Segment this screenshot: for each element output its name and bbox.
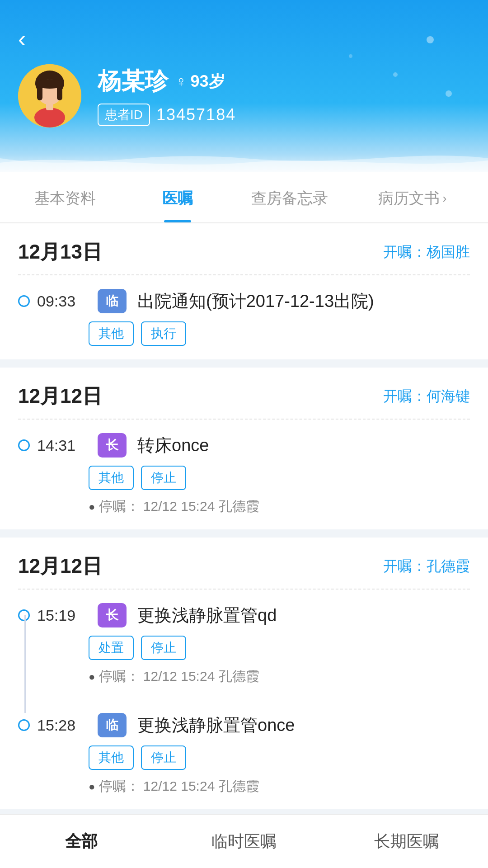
bottom-nav-long[interactable]: 长期医嘱 <box>325 815 488 868</box>
stop-dot-4: ● <box>89 780 95 793</box>
svg-point-6 <box>34 108 65 127</box>
order-item-4: 15:28 临 更换浅静脉置管once 其他 停止 ● 停嘱： 12/12 15… <box>0 699 488 809</box>
order-tags-4: 其他 停止 <box>89 745 470 770</box>
patient-info: 杨某珍 ♀ 93岁 患者ID 13457184 <box>18 64 470 127</box>
back-button[interactable]: ‹ <box>18 27 26 51</box>
bottom-nav-temp[interactable]: 临时医嘱 <box>163 815 325 868</box>
avatar <box>18 64 81 127</box>
order-tag-1-1[interactable]: 执行 <box>141 321 186 346</box>
date-label-2: 12月12日 <box>18 383 102 410</box>
order-time-dot-1: 09:33 <box>18 292 87 310</box>
tab-basic[interactable]: 基本资料 <box>9 172 122 222</box>
date-label-1: 12月13日 <box>18 239 102 265</box>
content-area: 12月13日 开嘱：杨国胜 09:33 临 出院通知(预计2017-12-13出… <box>0 223 488 868</box>
prescriber-1: 开嘱：杨国胜 <box>383 242 470 262</box>
order-type-badge-1: 临 <box>98 289 127 313</box>
timeline-dot-2 <box>18 439 30 451</box>
wave-decoration <box>0 145 488 172</box>
stop-info-4: ● 停嘱： 12/12 15:24 孔德霞 <box>89 777 470 796</box>
order-wrapper-1: 09:33 临 出院通知(预计2017-12-13出院) 其他 执行 <box>0 275 488 359</box>
order-type-badge-3: 长 <box>98 603 127 627</box>
stop-dot-3: ● <box>89 670 95 683</box>
order-title-2: 转床once <box>137 434 470 457</box>
tab-rounds[interactable]: 查房备忘录 <box>234 172 346 222</box>
stop-info-2: ● 停嘱： 12/12 15:24 孔德霞 <box>89 497 470 516</box>
date-section-1: 12月13日 开嘱：杨国胜 09:33 临 出院通知(预计2017-12-13出… <box>0 223 488 359</box>
tab-records[interactable]: 病历文书 › <box>346 172 479 222</box>
date-section-2: 12月12日 开嘱：何海键 14:31 长 转床once 其他 停止 <box>0 368 488 529</box>
order-time-dot-4: 15:28 <box>18 717 87 734</box>
patient-id-value: 13457184 <box>156 105 236 124</box>
svg-rect-7 <box>46 102 53 110</box>
order-tags-2: 其他 停止 <box>89 466 470 490</box>
order-tags-3: 处置 停止 <box>89 636 470 660</box>
order-tag-2-1[interactable]: 停止 <box>141 466 186 490</box>
tab-orders[interactable]: 医嘱 <box>122 172 234 222</box>
svg-point-5 <box>35 80 64 89</box>
bottom-nav: 全部 临时医嘱 长期医嘱 <box>0 814 488 868</box>
date-label-3: 12月12日 <box>18 553 102 580</box>
order-tag-1-0[interactable]: 其他 <box>89 321 134 346</box>
order-type-badge-2: 长 <box>98 433 127 458</box>
order-title-3: 更换浅静脉置管qd <box>137 604 470 627</box>
order-item-3: 15:19 长 更换浅静脉置管qd 处置 停止 ● 停嘱： 12/12 15:2… <box>0 590 488 699</box>
order-type-badge-4: 临 <box>98 713 127 737</box>
stop-info-3: ● 停嘱： 12/12 15:24 孔德霞 <box>89 667 470 686</box>
order-wrapper-3: 15:19 长 更换浅静脉置管qd 处置 停止 ● 停嘱： 12/12 15:2… <box>0 590 488 699</box>
date-section-3: 12月12日 开嘱：孔德霞 15:19 长 更换浅静脉置管qd 处置 <box>0 538 488 809</box>
bottom-nav-all[interactable]: 全部 <box>0 815 163 868</box>
order-wrapper-2: 14:31 长 转床once 其他 停止 ● 停嘱： 12/12 15:24 孔… <box>0 420 488 529</box>
order-item-1: 09:33 临 出院通知(预计2017-12-13出院) 其他 执行 <box>0 275 488 359</box>
order-wrapper-4: 15:28 临 更换浅静脉置管once 其他 停止 ● 停嘱： 12/12 15… <box>0 699 488 809</box>
order-tags-1: 其他 执行 <box>89 321 470 346</box>
timeline-connector <box>24 615 26 713</box>
order-tag-3-0[interactable]: 处置 <box>89 636 134 660</box>
order-item-2: 14:31 长 转床once 其他 停止 ● 停嘱： 12/12 15:24 孔… <box>0 420 488 529</box>
patient-name-text: 杨某珍 <box>98 66 168 97</box>
stop-dot-2: ● <box>89 500 95 513</box>
order-time-2: 14:31 <box>37 437 87 454</box>
gender-icon: ♀ <box>175 73 187 90</box>
prescriber-3: 开嘱：孔德霞 <box>383 557 470 576</box>
order-title-1: 出院通知(预计2017-12-13出院) <box>137 290 470 313</box>
tab-bar: 基本资料 医嘱 查房备忘录 病历文书 › <box>0 172 488 223</box>
order-time-4: 15:28 <box>37 717 87 734</box>
order-time-3: 15:19 <box>37 607 87 624</box>
order-time-dot-3: 15:19 <box>18 607 87 624</box>
tab-more-arrow: › <box>442 191 446 206</box>
order-tag-4-1[interactable]: 停止 <box>141 745 186 770</box>
patient-details: 杨某珍 ♀ 93岁 患者ID 13457184 <box>98 66 236 126</box>
timeline-dot-3 <box>18 609 30 621</box>
patient-id-badge: 患者ID <box>98 104 150 126</box>
header: ‹ 杨某珍 <box>0 0 488 172</box>
prescriber-2: 开嘱：何海键 <box>383 387 470 406</box>
order-tag-4-0[interactable]: 其他 <box>89 745 134 770</box>
order-tag-2-0[interactable]: 其他 <box>89 466 134 490</box>
timeline-dot-4 <box>18 719 30 731</box>
patient-age: 93岁 <box>191 71 225 93</box>
order-time-dot-2: 14:31 <box>18 437 87 454</box>
order-time-1: 09:33 <box>37 292 87 310</box>
timeline-dot-1 <box>18 295 30 307</box>
order-tag-3-1[interactable]: 停止 <box>141 636 186 660</box>
order-title-4: 更换浅静脉置管once <box>137 714 470 737</box>
